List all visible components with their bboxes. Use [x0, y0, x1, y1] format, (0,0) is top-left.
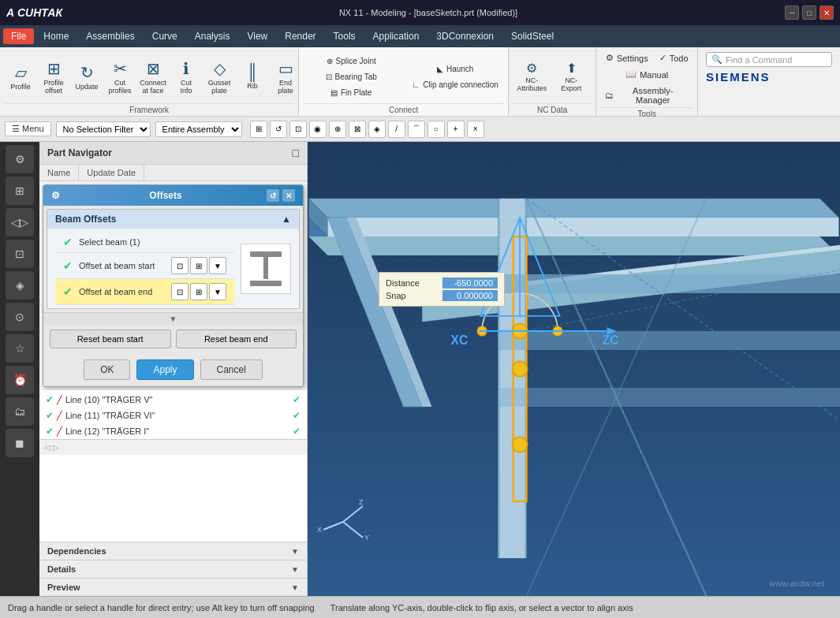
todo-button[interactable]: ✓ Todo [655, 50, 693, 65]
settings-button[interactable]: ⚙ Settings [602, 50, 652, 65]
menu-analysis[interactable]: Analysis [187, 28, 238, 44]
nc-export-button[interactable]: ⬆ NC-Export [551, 58, 591, 95]
fin-plate-icon: ▤ [330, 88, 338, 97]
details-header[interactable]: Details ▼ [39, 560, 307, 578]
menu-home[interactable]: Home [35, 28, 77, 44]
offset-end-dropdown[interactable]: ▼ [209, 283, 226, 300]
sidebar-icon-4[interactable]: ⊡ [6, 240, 34, 268]
reset-start-button[interactable]: Reset beam start [50, 329, 171, 348]
menu-render[interactable]: Render [277, 28, 323, 44]
menu-application[interactable]: Application [365, 28, 427, 44]
svg-marker-8 [309, 236, 839, 255]
sidebar-icon-5[interactable]: ◈ [6, 271, 34, 300]
snap-icon-btn[interactable]: ⊞ [250, 121, 267, 138]
cancel-button[interactable]: Cancel [200, 359, 263, 380]
box-x-btn[interactable]: ⊠ [349, 121, 366, 138]
splice-joint-button[interactable]: ⊕ Splice Joint [304, 54, 398, 68]
profile-button[interactable]: ▱ Profile [5, 61, 36, 94]
minimize-button[interactable]: ─ [785, 6, 799, 20]
left-sidebar: ⚙ ⊞ ◁▷ ⊡ ◈ ⊙ ☆ ⏰ 🗂 ◼ [0, 142, 39, 596]
menu-curve[interactable]: Curve [144, 28, 185, 44]
cut-profiles-icon: ✂ [114, 59, 127, 78]
expand-toggle[interactable]: ▼ [43, 312, 303, 325]
part-navigator-expand[interactable]: □ [293, 147, 299, 159]
cross-btn[interactable]: × [467, 121, 484, 138]
offset-start-btn2[interactable]: ⊞ [190, 257, 207, 274]
apply-button[interactable]: Apply [136, 359, 193, 380]
svg-marker-4 [309, 199, 839, 218]
restore-button[interactable]: □ [802, 6, 816, 20]
nav-item-2[interactable]: ✔ ╱ Line (12) "TRÄGER I" ✔ [39, 423, 307, 439]
sidebar-icon-1[interactable]: ⚙ [6, 145, 34, 173]
cut-profiles-button[interactable]: ✂ Cutprofiles [104, 57, 136, 98]
bearing-tab-button[interactable]: ⊡ Bearing Tab [304, 70, 398, 84]
circle-icon-btn[interactable]: ◉ [309, 121, 327, 138]
sidebar-icon-2[interactable]: ⊞ [6, 177, 34, 205]
details-label: Details [47, 564, 76, 574]
end-plate-button[interactable]: ▭ Endplate [270, 57, 301, 98]
offset-start-dropdown[interactable]: ▼ [209, 257, 226, 274]
rib-icon: ║ [247, 63, 258, 81]
selection-filter-select[interactable]: No Selection Filter [56, 121, 151, 137]
menu-3dconnexion[interactable]: 3DConnexion [428, 28, 502, 44]
title-bar: А СUНТАК NX 11 - Modeling - [baseSketch.… [0, 0, 840, 25]
sidebar-icon-7[interactable]: ☆ [6, 334, 34, 363]
nav-item-1[interactable]: ✔ ╱ Line (11) "TRÄGER VI" ✔ [39, 408, 307, 423]
menu-file[interactable]: File [3, 28, 34, 44]
preview-header[interactable]: Preview ▼ [39, 579, 307, 596]
offset-end-check: ✔ [63, 285, 73, 298]
cut-info-button[interactable]: ℹ CutInfo [170, 57, 202, 98]
dependencies-header[interactable]: Dependencies ▼ [39, 542, 307, 560]
reset-buttons-area: Reset beam start Reset beam end [43, 325, 303, 353]
cross-circle-btn[interactable]: ⊕ [329, 121, 346, 138]
grid-icon-btn[interactable]: ⊡ [289, 121, 307, 138]
reset-end-button[interactable]: Reset beam end [176, 329, 297, 348]
nc-attributes-button[interactable]: ⚙ NC-Attributes [513, 58, 550, 95]
circle2-btn[interactable]: ○ [427, 121, 445, 138]
menu-view[interactable]: View [239, 28, 275, 44]
viewport[interactable]: XC ZC Y Z X Distance -650.0000 [308, 142, 840, 596]
sidebar-icon-9[interactable]: 🗂 [6, 397, 34, 426]
fin-plate-button[interactable]: ▤ Fin Plate [304, 86, 398, 99]
profile-offset-button[interactable]: ⊞ Profileoffset [38, 57, 69, 98]
menu-tools[interactable]: Tools [326, 28, 364, 44]
plus-btn[interactable]: + [447, 121, 465, 138]
haunch-button[interactable]: ◣ Haunch [400, 62, 510, 76]
connect-at-face-button[interactable]: ⊠ Connectat face [137, 57, 169, 98]
offset-start-btn1[interactable]: ⊡ [171, 257, 189, 274]
gusset-plate-button[interactable]: ◇ Gussetplate [203, 57, 235, 98]
assembly-manager-button[interactable]: 🗂 Assembly-Manager [601, 84, 693, 107]
diamond-btn[interactable]: ◈ [368, 121, 386, 138]
rib-button[interactable]: ║ Rib [237, 61, 268, 93]
close-button[interactable]: ✕ [819, 6, 834, 20]
clip-angle-button[interactable]: ∟ Clip angle connection [400, 78, 510, 91]
menu-dropdown-button[interactable]: ☰ Menu [5, 121, 51, 136]
assembly-select[interactable]: Entire Assembly [155, 121, 242, 137]
dialog-close-icon[interactable]: ✕ [282, 189, 295, 202]
line-btn[interactable]: / [388, 121, 405, 138]
rotate-icon-btn[interactable]: ↺ [270, 121, 287, 138]
axis-indicator: Y Z X [315, 494, 371, 553]
sidebar-icon-8[interactable]: ⏰ [6, 366, 34, 394]
nav-tab-name[interactable]: Name [39, 165, 79, 181]
offset-end-btn2[interactable]: ⊞ [190, 283, 207, 300]
nav-tab-date[interactable]: Update Date [79, 165, 144, 181]
menu-assemblies[interactable]: Assemblies [78, 28, 142, 44]
manual-button[interactable]: 📖 Manual [622, 67, 672, 82]
sidebar-icon-10[interactable]: ◼ [6, 429, 34, 457]
nav-check-2: ✔ [46, 426, 54, 437]
nav-check-0: ✔ [46, 394, 54, 405]
sidebar-icon-3[interactable]: ◁▷ [6, 208, 34, 236]
find-command-bar[interactable]: 🔍 Find a Command [706, 52, 832, 67]
dialog-reset-icon[interactable]: ↺ [267, 189, 279, 202]
distance-value: -650.0000 [442, 277, 498, 289]
nav-item-0[interactable]: ✔ ╱ Line (10) "TRÄGER V" ✔ [39, 392, 307, 408]
sidebar-icon-6[interactable]: ⊙ [6, 303, 34, 331]
update-button[interactable]: ↻ Update [71, 61, 103, 94]
offset-end-icons: ⊡ ⊞ ▼ [171, 283, 226, 300]
offset-end-btn1[interactable]: ⊡ [171, 283, 189, 300]
ok-button[interactable]: OK [84, 359, 130, 380]
menu-solidsteel[interactable]: SolidSteel [503, 28, 562, 44]
arc-btn[interactable]: ⌒ [408, 121, 425, 138]
beam-offsets-collapse-icon[interactable]: ▲ [282, 214, 291, 225]
